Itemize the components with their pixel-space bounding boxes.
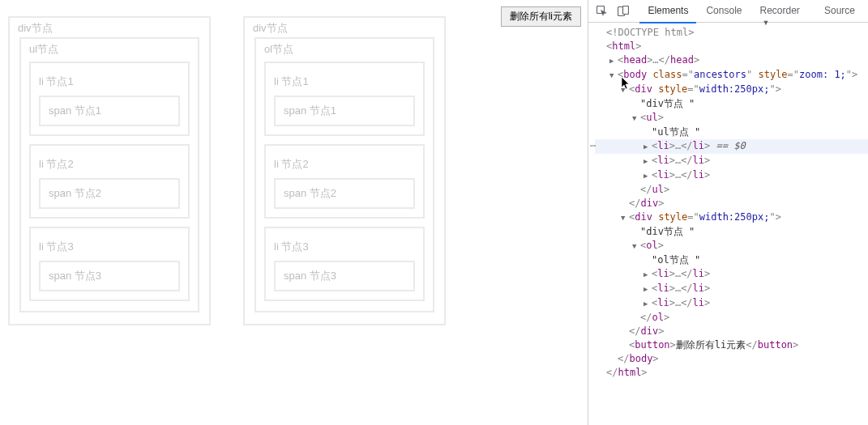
preview-li-3b: li 节点3 span 节点3 <box>264 227 425 301</box>
dom-row[interactable]: <li>…</li> <box>595 154 868 168</box>
dom-row[interactable]: <li>…</li> <box>595 296 868 311</box>
preview-ul: ul节点 li 节点1 span 节点1 li 节点2 span 节点2 li … <box>19 37 199 312</box>
tab-recorder[interactable]: Recorder▼ <box>751 0 815 23</box>
li-label: li 节点1 <box>274 75 309 87</box>
tab-sources[interactable]: Source <box>816 0 863 23</box>
dom-row-selected[interactable]: <li>…</li> == $0 <box>595 139 868 154</box>
dom-row[interactable]: <ol> <box>595 239 868 253</box>
dom-row[interactable]: <ul> <box>595 111 868 125</box>
dom-row[interactable]: "div节点 " <box>595 97 868 111</box>
dom-row[interactable]: <!DOCTYPE html> <box>595 26 868 40</box>
dom-row[interactable]: <body class="ancestors" style="zoom: 1;"… <box>595 68 868 83</box>
dom-row[interactable]: <head>…</head> <box>595 53 868 68</box>
preview-span-2b: span 节点2 <box>274 178 415 209</box>
preview-li-1: li 节点1 span 节点1 <box>29 62 190 136</box>
dom-row[interactable]: <li>…</li> <box>595 267 868 282</box>
devtools-panel: Elements Console Recorder▼ Source <!DOCT… <box>588 0 868 425</box>
dom-row[interactable]: </ul> <box>595 183 868 197</box>
preview-li-1b: li 节点1 span 节点1 <box>264 62 425 136</box>
ol-label: ol节点 <box>264 42 293 57</box>
elements-tree[interactable]: <!DOCTYPE html> <html> <head>…</head> <b… <box>588 23 868 425</box>
dom-row[interactable]: <html> <box>595 40 868 53</box>
preview-span-3: span 节点3 <box>39 261 180 291</box>
preview-li-2b: li 节点2 span 节点2 <box>264 144 425 219</box>
svg-rect-2 <box>622 6 628 14</box>
ul-label: ul节点 <box>29 42 58 57</box>
dom-row[interactable]: <li>…</li> <box>595 282 868 296</box>
devtools-tabs: Elements Console Recorder▼ Source <box>639 0 863 23</box>
li-label: li 节点3 <box>274 240 309 253</box>
devtools-toolbar: Elements Console Recorder▼ Source <box>588 0 868 23</box>
dom-row[interactable]: </div> <box>595 197 868 210</box>
preview-div-1: div节点 ul节点 li 节点1 span 节点1 li 节点2 span 节… <box>8 16 211 325</box>
preview-ol: ol节点 li 节点1 span 节点1 li 节点2 span 节点2 li … <box>254 37 434 312</box>
li-label: li 节点2 <box>274 158 309 170</box>
dom-row[interactable]: </body> <box>595 352 868 366</box>
li-label: li 节点3 <box>39 240 74 253</box>
preview-div-2: div节点 ol节点 li 节点1 span 节点1 li 节点2 span 节… <box>243 16 446 325</box>
dom-row[interactable]: <div style="width:250px;"> <box>595 210 868 225</box>
div-label: div节点 <box>18 21 53 36</box>
li-label: li 节点2 <box>39 158 74 170</box>
dom-row[interactable]: </html> <box>595 366 868 380</box>
dom-row[interactable]: </ol> <box>595 311 868 325</box>
dom-row[interactable]: "div节点 " <box>595 225 868 239</box>
preview-li-2: li 节点2 span 节点2 <box>29 144 190 219</box>
tab-console[interactable]: Console <box>698 0 750 23</box>
preview-span-1b: span 节点1 <box>274 96 415 126</box>
dom-row[interactable]: </div> <box>595 325 868 338</box>
inspect-element-icon[interactable] <box>593 3 611 19</box>
dom-row[interactable]: <button>删除所有li元素</button> <box>595 338 868 352</box>
dom-row[interactable]: <li>…</li> <box>595 168 868 183</box>
div-label: div节点 <box>253 21 288 36</box>
li-label: li 节点1 <box>39 75 74 87</box>
rendered-page-preview: 删除所有li元素 div节点 ul节点 li 节点1 span 节点1 li 节… <box>0 0 588 425</box>
dom-row[interactable]: "ol节点 " <box>595 253 868 267</box>
delete-all-li-button[interactable]: 删除所有li元素 <box>501 6 581 27</box>
dom-row[interactable]: "ul节点 " <box>595 125 868 139</box>
preview-span-1: span 节点1 <box>39 96 180 126</box>
preview-li-3: li 节点3 span 节点3 <box>29 227 190 301</box>
preview-span-3b: span 节点3 <box>274 261 415 291</box>
dom-row[interactable]: <div style="width:250px;"> <box>595 83 868 97</box>
tab-elements[interactable]: Elements <box>639 0 696 23</box>
device-toggle-icon[interactable] <box>614 3 632 19</box>
preview-span-2: span 节点2 <box>39 178 180 209</box>
